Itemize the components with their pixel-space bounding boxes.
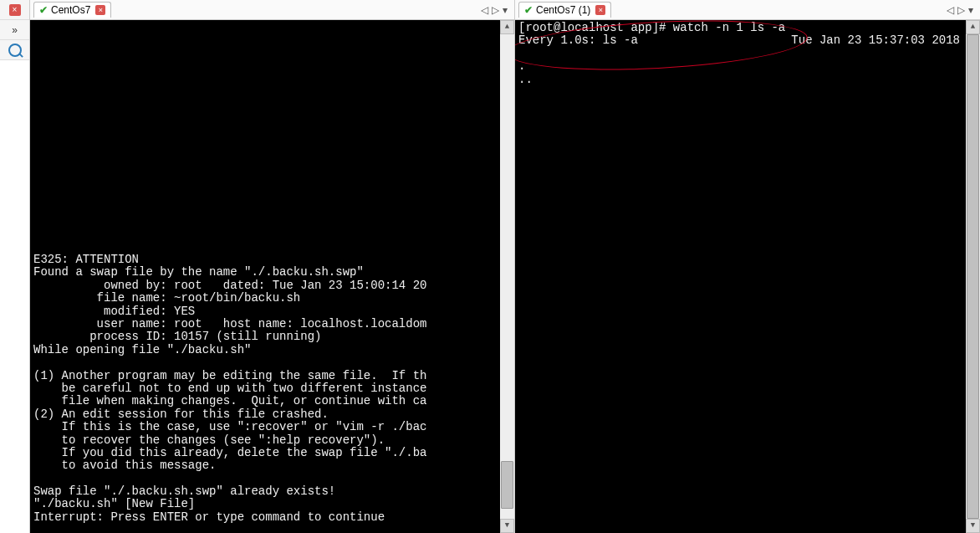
terminal-line: Interrupt: Press ENTER or type command t… <box>33 510 385 524</box>
terminal-right[interactable]: [root@localhost app]# watch -n 1 ls -a E… <box>515 20 980 533</box>
tab-bar-right: ✔ CentOs7 (1) × ◁ ▷ ▾ <box>515 0 980 20</box>
scroll-track[interactable] <box>966 34 980 519</box>
terminal-pane-left: ✔ CentOs7 × ◁ ▷ ▾ E325: ATTENTION Found … <box>30 0 515 533</box>
terminal-line: . <box>518 59 525 73</box>
scroll-down-icon[interactable]: ▼ <box>966 519 980 533</box>
check-icon: ✔ <box>39 4 48 16</box>
terminal-line: If this is the case, use ":recover" or "… <box>33 420 426 433</box>
tab-bar-left: ✔ CentOs7 × ◁ ▷ ▾ <box>30 0 514 20</box>
terminal-line: (2) An edit session for this file crashe… <box>33 407 329 421</box>
terminal-line: If you did this already, delete the swap… <box>33 446 426 459</box>
terminal-line: (1) Another program may be editing the s… <box>33 369 426 382</box>
tab-next-icon[interactable]: ▷ <box>957 4 965 16</box>
sidebar-close-button[interactable]: × <box>9 4 21 16</box>
terminal-line: Found a swap file by the name "./.backu.… <box>33 265 364 279</box>
sidebar-expand-icon[interactable]: » <box>12 24 18 36</box>
scroll-up-icon[interactable]: ▲ <box>500 20 514 34</box>
tab-close-button[interactable]: × <box>595 5 605 15</box>
terminal-line: to recover the changes (see ":help recov… <box>33 433 385 447</box>
terminal-line: owned by: root dated: Tue Jan 23 15:00:1… <box>33 279 426 292</box>
terminal-line: .. <box>518 73 533 86</box>
scroll-down-icon[interactable]: ▼ <box>500 519 514 533</box>
scroll-track[interactable] <box>500 34 514 519</box>
scroll-up-icon[interactable]: ▲ <box>966 20 980 34</box>
tab-label: CentOs7 <box>51 4 90 16</box>
terminal-line: Swap file "./.backu.sh.swp" already exis… <box>33 484 335 498</box>
terminal-pane-right: ✔ CentOs7 (1) × ◁ ▷ ▾ [root@localhost ap… <box>515 0 980 533</box>
search-icon[interactable] <box>8 44 22 57</box>
terminal-line: file name: ~root/bin/backu.sh <box>33 291 300 305</box>
terminal-line: E325: ATTENTION <box>33 253 139 266</box>
tab-menu-icon[interactable]: ▾ <box>503 4 508 16</box>
terminal-line: user name: root host name: localhost.loc… <box>33 317 426 331</box>
tab-prev-icon[interactable]: ◁ <box>481 4 488 16</box>
scroll-thumb[interactable] <box>501 461 513 510</box>
tab-menu-icon[interactable]: ▾ <box>968 4 973 16</box>
terminal-line: Every 1.0s: ls -aTue Jan 23 15:37:03 201… <box>518 33 638 47</box>
terminal-left[interactable]: E325: ATTENTION Found a swap file by the… <box>30 20 514 533</box>
scrollbar-left[interactable]: ▲ ▼ <box>500 20 514 533</box>
tab-nav-left: ◁ ▷ ▾ <box>481 4 508 16</box>
terminal-line: to avoid this message. <box>33 459 216 472</box>
tab-label: CentOs7 (1) <box>536 4 590 16</box>
tab-prev-icon[interactable]: ◁ <box>947 4 954 16</box>
terminal-line: modified: YES <box>33 305 195 318</box>
scrollbar-right[interactable]: ▲ ▼ <box>966 20 980 533</box>
tab-nav-right: ◁ ▷ ▾ <box>947 4 973 16</box>
tab-next-icon[interactable]: ▷ <box>492 4 499 16</box>
terminal-line: file when making changes. Quit, or conti… <box>33 394 426 407</box>
scroll-thumb[interactable] <box>967 34 979 519</box>
tab-centos7-1[interactable]: ✔ CentOs7 (1) × <box>518 2 611 18</box>
terminal-line: process ID: 10157 (still running) <box>33 330 321 343</box>
terminal-line: [root@localhost app]# watch -n 1 ls -a <box>518 21 785 34</box>
tab-centos7[interactable]: ✔ CentOs7 × <box>33 2 111 18</box>
terminal-line: While opening file "./backu.sh" <box>33 343 251 356</box>
terminal-line: "./backu.sh" [New File] <box>33 497 195 510</box>
left-sidebar: × » <box>0 0 30 533</box>
tab-close-button[interactable]: × <box>95 5 105 15</box>
terminal-line: be careful not to end up with two differ… <box>33 382 426 395</box>
check-icon: ✔ <box>524 4 533 16</box>
